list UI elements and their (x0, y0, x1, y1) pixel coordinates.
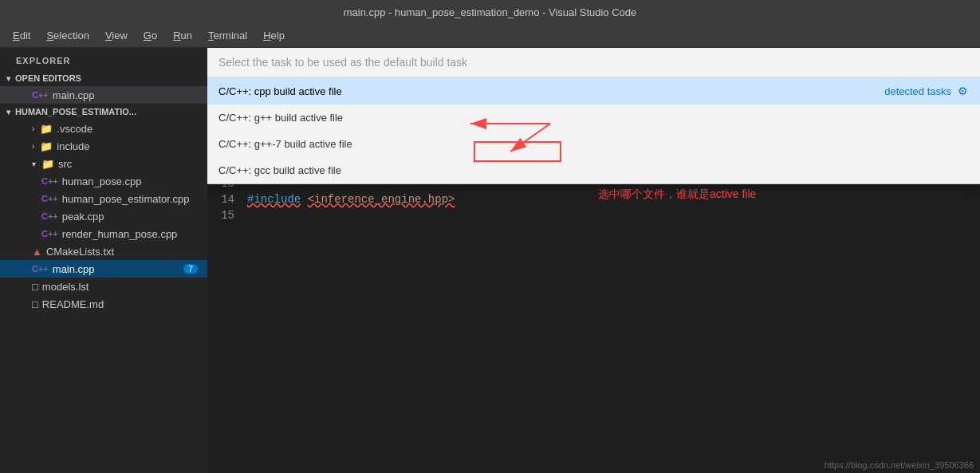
tree-item-src[interactable]: ▾ 📁 src (0, 155, 207, 172)
dropdown-item-label-4: C/C++: gcc build active file (218, 164, 341, 176)
open-editor-filename: main.cpp (53, 89, 95, 101)
chevron-icon-include: › (32, 142, 34, 151)
section-project[interactable]: ▾ HUMAN_POSE_ESTIMATIO... (0, 104, 207, 120)
tree-label-hp: human_pose.cpp (62, 175, 142, 187)
menu-selection[interactable]: Selection (40, 26, 95, 45)
tree-item-vscode[interactable]: › 📁 .vscode (0, 120, 207, 137)
section-project-label: HUMAN_POSE_ESTIMATIO... (15, 107, 136, 116)
menu-terminal[interactable]: Terminal (202, 26, 254, 45)
chevron-down-icon-2: ▾ (6, 108, 10, 116)
tree-label-models: models.lst (42, 281, 89, 293)
tree-label-vscode: .vscode (57, 123, 92, 135)
sidebar-title: EXPLORER (0, 48, 207, 70)
dropdown-item-label-3: C/C++: g++-7 build active file (218, 138, 352, 150)
badge-main: 7 (183, 264, 198, 274)
cpp-icon-hp: C++ (41, 176, 58, 186)
menu-edit[interactable]: Edit (6, 26, 37, 45)
menu-bar: Edit Selection View Go Run Terminal Help (0, 24, 980, 48)
dropdown-item-cpp-build[interactable]: C/C++: cpp build active file detected ta… (207, 77, 980, 104)
cmake-icon: ▲ (32, 246, 42, 258)
dropdown-item-gcc-build[interactable]: C/C++: gcc build active file (207, 157, 980, 183)
dropdown-item-label-1: C/C++: cpp build active file (218, 85, 342, 97)
tree-label-main: main.cpp (53, 263, 95, 275)
tree-label-est: human_pose_estimator.cpp (62, 193, 190, 205)
section-open-editors[interactable]: ▾ OPEN EDITORS (0, 70, 207, 86)
cpp-icon-peak: C++ (41, 211, 58, 221)
menu-run[interactable]: Run (167, 26, 199, 45)
dropdown-panel: Select the task to be used as the defaul… (207, 48, 980, 184)
tree-label-peak: peak.cpp (62, 211, 104, 223)
title-text: main.cpp - human_pose_estimation_demo - … (344, 6, 637, 18)
status-hint: https://blog.csdn.net/weixin_39506366 (825, 460, 974, 470)
chevron-down-icon-src: ▾ (32, 160, 36, 168)
tree-label-cmake: CMakeLists.txt (46, 246, 114, 258)
tree-item-estimator-cpp[interactable]: C++ human_pose_estimator.cpp (0, 190, 207, 207)
tree-item-peak-cpp[interactable]: C++ peak.cpp (0, 207, 207, 225)
tree-item-render-cpp[interactable]: C++ render_human_pose.cpp (0, 225, 207, 242)
tree-label-src: src (58, 158, 72, 170)
menu-view[interactable]: View (99, 26, 134, 45)
dropdown-item-label-2: C/C++: g++ build active file (218, 112, 343, 124)
txt-icon: □ (32, 281, 38, 293)
open-editor-main-cpp[interactable]: C++ main.cpp (0, 86, 207, 104)
tree-label-render: render_human_pose.cpp (62, 228, 178, 240)
tree-item-models[interactable]: □ models.lst (0, 278, 207, 295)
md-icon: □ (32, 298, 38, 310)
detected-tasks-label: detected tasks (884, 85, 951, 97)
tree-label-include: include (57, 140, 89, 152)
tree-item-cmake[interactable]: ▲ CMakeLists.txt (0, 242, 207, 260)
menu-go[interactable]: Go (137, 26, 163, 45)
cpp-icon: C++ (32, 90, 49, 100)
main-layout: EXPLORER ▾ OPEN EDITORS C++ main.cpp ▾ H… (0, 48, 980, 473)
code-line-14: 14 #include <inference_engine.hpp> (207, 191, 980, 207)
code-line-15: 15 (207, 207, 980, 223)
dropdown-right-label: detected tasks ⚙ (884, 85, 969, 97)
folder-icon: 📁 (40, 123, 53, 135)
dropdown-item-gpp-build[interactable]: C/C++: g++ build active file (207, 104, 980, 131)
cpp-icon-est: C++ (41, 194, 58, 203)
tree-item-main-cpp[interactable]: C++ main.cpp 7 (0, 260, 207, 278)
tree-item-human-pose-cpp[interactable]: C++ human_pose.cpp (0, 172, 207, 190)
annotation-text: 选中哪个文件，谁就是active file (598, 187, 756, 202)
cpp-icon-render: C++ (41, 229, 58, 238)
title-bar: main.cpp - human_pose_estimation_demo - … (0, 0, 980, 24)
folder-icon-include: 📁 (40, 140, 53, 152)
tree-label-readme: README.md (42, 298, 104, 310)
chevron-down-icon: ▾ (6, 74, 10, 83)
dropdown-item-gpp7-build[interactable]: C/C++: g++-7 build active file (207, 131, 980, 157)
chevron-icon: › (32, 124, 34, 133)
tree-item-readme[interactable]: □ README.md (0, 295, 207, 313)
tree-item-include[interactable]: › 📁 include (0, 137, 207, 155)
gear-icon[interactable]: ⚙ (956, 85, 969, 97)
section-open-editors-label: OPEN EDITORS (15, 73, 81, 83)
editor-area: 5 /** 6 * \brief The entry point for the… (207, 48, 980, 473)
dropdown-search-placeholder: Select the task to be used as the defaul… (207, 48, 980, 77)
folder-icon-src: 📁 (41, 158, 54, 170)
cpp-icon-main: C++ (32, 264, 49, 274)
sidebar: EXPLORER ▾ OPEN EDITORS C++ main.cpp ▾ H… (0, 48, 207, 473)
menu-help[interactable]: Help (257, 26, 291, 45)
